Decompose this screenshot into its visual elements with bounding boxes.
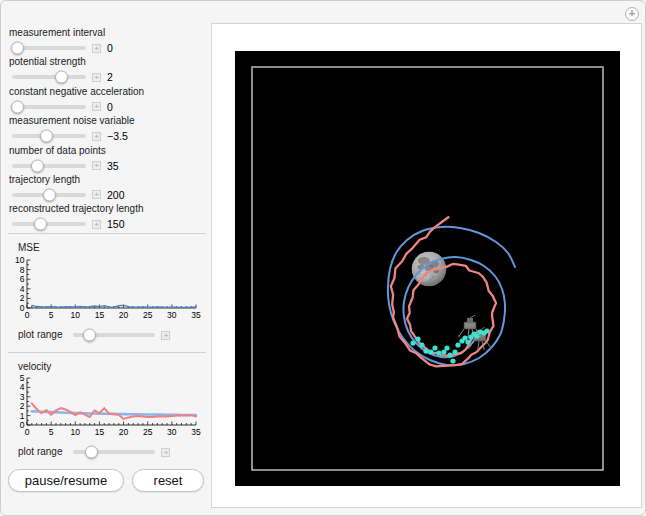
slider-control: trajectory length+200 — [8, 174, 208, 203]
slider-thumb[interactable] — [11, 42, 24, 55]
slider-track[interactable] — [73, 450, 155, 454]
manipulate-panel: + measurement interval+0potential streng… — [0, 0, 646, 516]
slider-thumb[interactable] — [43, 188, 56, 201]
svg-text:20: 20 — [119, 310, 129, 320]
svg-text:10: 10 — [15, 255, 25, 265]
svg-text:35: 35 — [191, 427, 201, 437]
slider-track[interactable] — [12, 193, 86, 197]
mse-chart: 051015202530350246810 — [8, 255, 208, 321]
slider-thumb[interactable] — [83, 329, 96, 342]
svg-text:0: 0 — [25, 427, 30, 437]
slider-label: potential strength — [9, 56, 208, 68]
slider-row: +0 — [9, 40, 208, 56]
svg-text:1: 1 — [20, 410, 25, 420]
svg-text:3: 3 — [20, 392, 25, 402]
velocity-plot-range-label: plot range — [18, 446, 62, 457]
slider-thumb[interactable] — [55, 71, 68, 84]
slider-input-toggle-icon[interactable]: + — [92, 44, 101, 53]
measurement-dot — [419, 342, 424, 347]
svg-text:30: 30 — [167, 310, 177, 320]
slider-input-toggle-icon[interactable]: + — [92, 102, 101, 111]
svg-text:15: 15 — [95, 427, 105, 437]
svg-text:0: 0 — [25, 310, 30, 320]
slider-row: +200 — [9, 187, 208, 203]
svg-text:0: 0 — [20, 420, 25, 430]
reset-button[interactable]: reset — [132, 469, 204, 492]
slider-input-toggle-icon[interactable]: + — [92, 161, 101, 170]
slider-track[interactable] — [73, 333, 155, 337]
slider-value: 200 — [107, 189, 125, 201]
slider-thumb[interactable] — [31, 159, 44, 172]
slider-label: measurement noise variable — [9, 115, 208, 127]
slider-value: 0 — [107, 101, 113, 113]
slider-value: 0 — [107, 42, 113, 54]
svg-text:6: 6 — [20, 274, 25, 284]
slider-track[interactable] — [12, 134, 86, 138]
slider-track[interactable] — [12, 46, 86, 50]
slider-label: trajectory length — [9, 174, 208, 186]
svg-text:20: 20 — [119, 427, 129, 437]
measurement-dot — [465, 339, 470, 344]
slider-thumb[interactable] — [40, 130, 53, 143]
slider-track[interactable] — [12, 164, 86, 168]
pause-resume-button[interactable]: pause/resume — [8, 469, 124, 492]
slider-control: measurement noise variable+−3.5 — [8, 115, 208, 144]
slider-value: 2 — [107, 71, 113, 83]
slider-thumb[interactable] — [11, 100, 24, 113]
slider-control: reconstructed trajectory length+150 — [8, 203, 208, 232]
measurement-dot — [447, 352, 452, 357]
mse-plot-range-label: plot range — [18, 329, 62, 340]
svg-text:25: 25 — [143, 310, 153, 320]
svg-text:5: 5 — [49, 427, 54, 437]
measurement-dot — [410, 340, 415, 345]
measurement-dot — [455, 342, 460, 347]
button-row: pause/resume reset — [8, 469, 208, 492]
measurement-dot — [452, 349, 457, 354]
svg-text:2: 2 — [20, 293, 25, 303]
slider-label: number of data points — [9, 145, 208, 157]
measurement-dot — [444, 345, 449, 350]
measurement-dot — [436, 350, 441, 355]
velocity-plot-range-control: plot range + — [8, 444, 208, 460]
mse-plot-range-control: plot range + — [8, 327, 208, 343]
slider-control: potential strength+2 — [8, 56, 208, 85]
slider-value: −3.5 — [107, 130, 128, 142]
svg-text:25: 25 — [143, 427, 153, 437]
slider-track[interactable] — [12, 105, 86, 109]
manipulate-menu-plus-icon[interactable]: + — [625, 7, 639, 21]
svg-text:5: 5 — [49, 310, 54, 320]
slider-input-toggle-icon[interactable]: + — [92, 220, 101, 229]
slider-row: +0 — [9, 99, 208, 115]
slider-track[interactable] — [12, 222, 86, 226]
slider-value: 150 — [107, 218, 125, 230]
slider-row: + — [70, 444, 170, 460]
svg-text:10: 10 — [71, 427, 81, 437]
measurement-dot — [484, 328, 489, 333]
slider-label: constant negative acceleration — [9, 86, 208, 98]
slider-input-toggle-icon[interactable]: + — [161, 331, 170, 340]
svg-text:30: 30 — [167, 427, 177, 437]
slider-thumb[interactable] — [85, 446, 98, 459]
slider-input-toggle-icon[interactable]: + — [92, 190, 101, 199]
measurement-dot — [432, 345, 437, 350]
slider-control: number of data points+35 — [8, 145, 208, 174]
slider-track[interactable] — [12, 75, 86, 79]
measurement-dot — [428, 349, 433, 354]
slider-input-toggle-icon[interactable]: + — [161, 448, 170, 457]
svg-text:8: 8 — [20, 264, 25, 274]
slider-thumb[interactable] — [34, 218, 47, 231]
slider-control: measurement interval+0 — [8, 27, 208, 56]
display-panel — [211, 23, 642, 508]
slider-label: reconstructed trajectory length — [9, 203, 208, 215]
velocity-chart-title: velocity — [18, 361, 208, 372]
slider-input-toggle-icon[interactable]: + — [92, 132, 101, 141]
control-sidebar: measurement interval+0potential strength… — [8, 1, 208, 492]
slider-value: 35 — [107, 160, 119, 172]
svg-text:4: 4 — [20, 382, 25, 392]
simulation-view — [235, 51, 620, 486]
slider-label: measurement interval — [9, 27, 208, 39]
svg-text:10: 10 — [71, 310, 81, 320]
slider-input-toggle-icon[interactable]: + — [92, 73, 101, 82]
slider-row: +150 — [9, 216, 208, 232]
measurement-dot — [450, 358, 455, 363]
